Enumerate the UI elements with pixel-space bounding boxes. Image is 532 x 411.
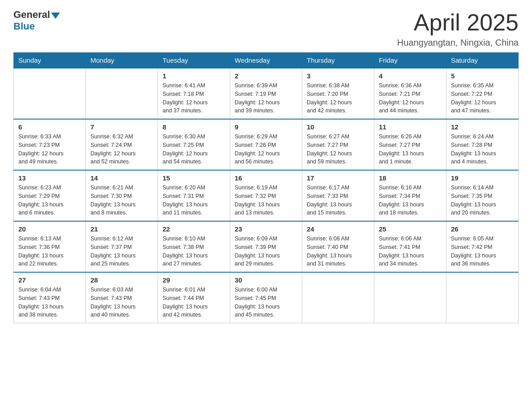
sun-info: Sunrise: 6:03 AM Sunset: 7:43 PM Dayligh… (90, 286, 153, 319)
logo: General Blue (13, 9, 61, 32)
day-number: 26 (451, 225, 514, 233)
day-number: 30 (235, 276, 297, 284)
day-number: 14 (90, 174, 153, 182)
calendar-cell: 2Sunrise: 6:39 AM Sunset: 7:19 PM Daylig… (230, 68, 302, 119)
sun-info: Sunrise: 6:27 AM Sunset: 7:27 PM Dayligh… (307, 133, 369, 166)
sun-info: Sunrise: 6:05 AM Sunset: 7:42 PM Dayligh… (451, 235, 514, 268)
day-number: 20 (18, 225, 81, 233)
sun-info: Sunrise: 6:24 AM Sunset: 7:28 PM Dayligh… (451, 133, 514, 166)
day-number: 8 (163, 123, 225, 131)
sun-info: Sunrise: 6:01 AM Sunset: 7:44 PM Dayligh… (163, 286, 225, 319)
sun-info: Sunrise: 6:09 AM Sunset: 7:39 PM Dayligh… (235, 235, 297, 268)
day-number: 19 (451, 174, 514, 182)
calendar-cell: 8Sunrise: 6:30 AM Sunset: 7:25 PM Daylig… (158, 119, 230, 170)
day-number: 29 (163, 276, 225, 284)
day-number: 21 (90, 225, 153, 233)
day-number: 23 (235, 225, 297, 233)
sun-info: Sunrise: 6:12 AM Sunset: 7:37 PM Dayligh… (90, 235, 153, 268)
day-number: 15 (163, 174, 225, 182)
day-number: 11 (379, 123, 442, 131)
sun-info: Sunrise: 6:16 AM Sunset: 7:34 PM Dayligh… (379, 184, 442, 217)
day-number: 22 (163, 225, 225, 233)
calendar-cell: 10Sunrise: 6:27 AM Sunset: 7:27 PM Dayli… (302, 119, 374, 170)
sun-info: Sunrise: 6:14 AM Sunset: 7:35 PM Dayligh… (451, 184, 514, 217)
day-number: 3 (307, 72, 369, 80)
location-text: Huangyangtan, Ningxia, China (397, 38, 519, 48)
calendar-cell: 12Sunrise: 6:24 AM Sunset: 7:28 PM Dayli… (446, 119, 519, 170)
sun-info: Sunrise: 6:17 AM Sunset: 7:33 PM Dayligh… (307, 184, 369, 217)
calendar-cell: 29Sunrise: 6:01 AM Sunset: 7:44 PM Dayli… (158, 272, 230, 323)
calendar-cell: 24Sunrise: 6:08 AM Sunset: 7:40 PM Dayli… (302, 221, 374, 272)
calendar-cell (86, 68, 158, 119)
day-number: 10 (307, 123, 369, 131)
sun-info: Sunrise: 6:20 AM Sunset: 7:31 PM Dayligh… (163, 184, 225, 217)
sun-info: Sunrise: 6:36 AM Sunset: 7:21 PM Dayligh… (379, 81, 442, 115)
day-number: 5 (451, 72, 514, 80)
calendar-cell (374, 272, 446, 323)
calendar-cell: 23Sunrise: 6:09 AM Sunset: 7:39 PM Dayli… (230, 221, 302, 272)
day-number: 28 (90, 276, 153, 284)
sun-info: Sunrise: 6:38 AM Sunset: 7:20 PM Dayligh… (307, 81, 369, 115)
weekday-header-saturday: Saturday (446, 53, 519, 68)
weekday-header-sunday: Sunday (14, 53, 86, 68)
sun-info: Sunrise: 6:26 AM Sunset: 7:27 PM Dayligh… (379, 133, 442, 166)
week-row-1: 1Sunrise: 6:41 AM Sunset: 7:18 PM Daylig… (14, 68, 519, 119)
calendar-cell: 9Sunrise: 6:29 AM Sunset: 7:26 PM Daylig… (230, 119, 302, 170)
calendar-cell: 25Sunrise: 6:06 AM Sunset: 7:41 PM Dayli… (374, 221, 446, 272)
day-number: 18 (379, 174, 442, 182)
day-number: 6 (18, 123, 81, 131)
day-number: 13 (18, 174, 81, 182)
calendar-cell: 5Sunrise: 6:35 AM Sunset: 7:22 PM Daylig… (446, 68, 519, 119)
sun-info: Sunrise: 6:04 AM Sunset: 7:43 PM Dayligh… (18, 286, 81, 319)
sun-info: Sunrise: 6:19 AM Sunset: 7:32 PM Dayligh… (235, 184, 297, 217)
day-number: 27 (18, 276, 81, 284)
calendar-cell (14, 68, 86, 119)
calendar-cell: 16Sunrise: 6:19 AM Sunset: 7:32 PM Dayli… (230, 170, 302, 221)
calendar-cell: 13Sunrise: 6:23 AM Sunset: 7:29 PM Dayli… (14, 170, 86, 221)
month-title: April 2025 (397, 9, 519, 36)
sun-info: Sunrise: 6:10 AM Sunset: 7:38 PM Dayligh… (163, 235, 225, 268)
calendar-cell: 27Sunrise: 6:04 AM Sunset: 7:43 PM Dayli… (14, 272, 86, 323)
week-row-3: 13Sunrise: 6:23 AM Sunset: 7:29 PM Dayli… (14, 170, 519, 221)
calendar-cell: 30Sunrise: 6:00 AM Sunset: 7:45 PM Dayli… (230, 272, 302, 323)
weekday-header-tuesday: Tuesday (158, 53, 230, 68)
logo-blue-text: Blue (13, 21, 35, 32)
sun-info: Sunrise: 6:35 AM Sunset: 7:22 PM Dayligh… (451, 81, 514, 115)
day-number: 9 (235, 123, 297, 131)
day-number: 2 (235, 72, 297, 80)
day-number: 25 (379, 225, 442, 233)
week-row-5: 27Sunrise: 6:04 AM Sunset: 7:43 PM Dayli… (14, 272, 519, 323)
calendar-cell: 1Sunrise: 6:41 AM Sunset: 7:18 PM Daylig… (158, 68, 230, 119)
weekday-header-thursday: Thursday (302, 53, 374, 68)
calendar-cell: 28Sunrise: 6:03 AM Sunset: 7:43 PM Dayli… (86, 272, 158, 323)
calendar-table: SundayMondayTuesdayWednesdayThursdayFrid… (13, 52, 519, 323)
calendar-cell: 4Sunrise: 6:36 AM Sunset: 7:21 PM Daylig… (374, 68, 446, 119)
sun-info: Sunrise: 6:21 AM Sunset: 7:30 PM Dayligh… (90, 184, 153, 217)
sun-info: Sunrise: 6:23 AM Sunset: 7:29 PM Dayligh… (18, 184, 81, 217)
weekday-header-monday: Monday (86, 53, 158, 68)
day-number: 16 (235, 174, 297, 182)
week-row-4: 20Sunrise: 6:13 AM Sunset: 7:36 PM Dayli… (14, 221, 519, 272)
day-number: 17 (307, 174, 369, 182)
day-number: 12 (451, 123, 514, 131)
logo-general-text: General (13, 9, 50, 21)
sun-info: Sunrise: 6:13 AM Sunset: 7:36 PM Dayligh… (18, 235, 81, 268)
calendar-cell: 26Sunrise: 6:05 AM Sunset: 7:42 PM Dayli… (446, 221, 519, 272)
calendar-cell: 17Sunrise: 6:17 AM Sunset: 7:33 PM Dayli… (302, 170, 374, 221)
calendar-cell (302, 272, 374, 323)
sun-info: Sunrise: 6:08 AM Sunset: 7:40 PM Dayligh… (307, 235, 369, 268)
calendar-cell: 20Sunrise: 6:13 AM Sunset: 7:36 PM Dayli… (14, 221, 86, 272)
title-block: April 2025 Huangyangtan, Ningxia, China (397, 9, 519, 48)
calendar-cell: 6Sunrise: 6:33 AM Sunset: 7:23 PM Daylig… (14, 119, 86, 170)
page-header: General Blue April 2025 Huangyangtan, Ni… (13, 9, 519, 48)
calendar-cell: 15Sunrise: 6:20 AM Sunset: 7:31 PM Dayli… (158, 170, 230, 221)
day-number: 1 (163, 72, 225, 80)
calendar-cell: 14Sunrise: 6:21 AM Sunset: 7:30 PM Dayli… (86, 170, 158, 221)
sun-info: Sunrise: 6:39 AM Sunset: 7:19 PM Dayligh… (235, 81, 297, 115)
calendar-cell: 3Sunrise: 6:38 AM Sunset: 7:20 PM Daylig… (302, 68, 374, 119)
sun-info: Sunrise: 6:32 AM Sunset: 7:24 PM Dayligh… (90, 133, 153, 166)
sun-info: Sunrise: 6:29 AM Sunset: 7:26 PM Dayligh… (235, 133, 297, 166)
calendar-cell: 18Sunrise: 6:16 AM Sunset: 7:34 PM Dayli… (374, 170, 446, 221)
week-row-2: 6Sunrise: 6:33 AM Sunset: 7:23 PM Daylig… (14, 119, 519, 170)
weekday-header-friday: Friday (374, 53, 446, 68)
